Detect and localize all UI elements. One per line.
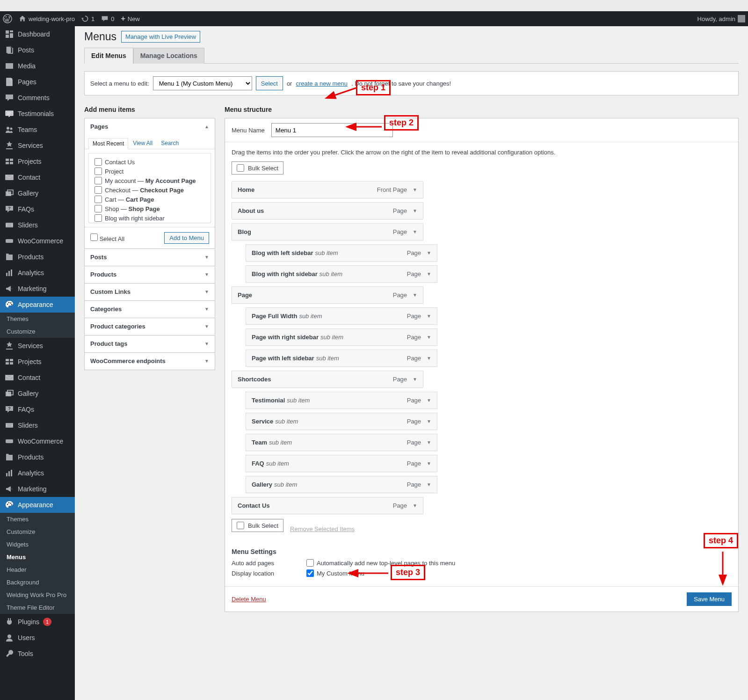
sidebar-subitem-widgets[interactable]: Widgets [0, 538, 75, 551]
howdy-link[interactable]: Howdy, admin [697, 15, 745, 22]
sidebar-item-marketing[interactable]: Marketing [0, 481, 75, 497]
sidebar-subitem-welding-work-pro-pro[interactable]: Welding Work Pro Pro [0, 589, 75, 601]
sidebar-item-analytics[interactable]: Analytics [0, 265, 75, 281]
sidebar-item-woocommerce[interactable]: WooCommerce [0, 233, 75, 249]
wp-logo[interactable] [3, 14, 12, 23]
add-to-menu-button[interactable]: Add to Menu [164, 232, 209, 244]
expand-icon[interactable]: ▼ [427, 356, 431, 361]
save-menu-button[interactable]: Save Menu [687, 592, 732, 606]
menu-item[interactable]: Blog with left sidebarsub itemPage▼ [246, 244, 437, 262]
sidebar-item-services[interactable]: Services [0, 338, 75, 354]
menu-item[interactable]: PagePage▼ [232, 286, 423, 304]
sidebar-item-contact[interactable]: Contact [0, 370, 75, 386]
expand-icon[interactable]: ▼ [427, 461, 431, 466]
sidebar-item-projects[interactable]: Projects [0, 153, 75, 169]
menu-item[interactable]: HomeFront Page▼ [232, 181, 423, 198]
expand-icon[interactable]: ▼ [413, 503, 417, 508]
sidebar-item-teams[interactable]: Teams [0, 122, 75, 138]
accordion-categories[interactable]: Categories▼ [85, 301, 215, 318]
sidebar-item-analytics[interactable]: Analytics [0, 465, 75, 481]
sidebar-item-appearance[interactable]: Appearance [0, 297, 75, 313]
bulk-select-bottom[interactable]: Bulk Select [232, 519, 283, 532]
sidebar-item-users[interactable]: Users [0, 630, 75, 646]
menu-item[interactable]: Page Full Widthsub itemPage▼ [246, 307, 437, 325]
sidebar-item-projects[interactable]: Projects [0, 354, 75, 370]
updates-link[interactable]: 1 [81, 15, 94, 22]
subtab-most-recent[interactable]: Most Recent [88, 138, 128, 149]
auto-add-checkbox[interactable] [306, 559, 314, 567]
accordion-custom-links[interactable]: Custom Links▼ [85, 284, 215, 300]
menu-name-input[interactable] [271, 123, 393, 137]
expand-icon[interactable]: ▼ [427, 398, 431, 403]
sidebar-item-sliders[interactable]: Sliders [0, 217, 75, 233]
accordion-posts[interactable]: Posts▼ [85, 249, 215, 266]
sidebar-subitem-themes[interactable]: Themes [0, 313, 75, 325]
menu-item[interactable]: Teamsub itemPage▼ [246, 434, 437, 451]
expand-icon[interactable]: ▼ [427, 314, 431, 319]
sidebar-item-testimonials[interactable]: Testimonials [0, 106, 75, 122]
sidebar-subitem-theme-file-editor[interactable]: Theme File Editor [0, 601, 75, 614]
sidebar-item-marketing[interactable]: Marketing [0, 281, 75, 297]
create-menu-link[interactable]: create a new menu [296, 80, 348, 87]
site-link[interactable]: welding-work-pro [19, 15, 75, 22]
new-content-link[interactable]: +New [121, 15, 139, 23]
accordion-product-categories[interactable]: Product categories▼ [85, 318, 215, 335]
sidebar-item-services[interactable]: Services [0, 138, 75, 153]
sidebar-item-sliders[interactable]: Sliders [0, 417, 75, 433]
sidebar-item-media[interactable]: Media [0, 58, 75, 74]
sidebar-item-dashboard[interactable]: Dashboard [0, 26, 75, 42]
live-preview-button[interactable]: Manage with Live Preview [121, 31, 200, 43]
accordion-woocommerce-endpoints[interactable]: WooCommerce endpoints▼ [85, 353, 215, 370]
bulk-select-top[interactable]: Bulk Select [232, 161, 283, 175]
expand-icon[interactable]: ▼ [427, 482, 431, 487]
expand-icon[interactable]: ▼ [427, 335, 431, 340]
menu-item[interactable]: FAQsub itemPage▼ [246, 455, 437, 472]
accordion-product-tags[interactable]: Product tags▼ [85, 335, 215, 352]
sidebar-item-faqs[interactable]: ?FAQs [0, 401, 75, 417]
sidebar-subitem-header[interactable]: Header [0, 563, 75, 576]
accordion-pages[interactable]: Pages▲ [85, 118, 215, 135]
sidebar-item-comments[interactable]: Comments [0, 90, 75, 106]
menu-item[interactable]: About usPage▼ [232, 202, 423, 219]
sidebar-subitem-customize[interactable]: Customize [0, 325, 75, 338]
sidebar-item-gallery[interactable]: Gallery [0, 386, 75, 401]
sidebar-item-tools[interactable]: Tools [0, 646, 75, 662]
menu-item[interactable]: Gallerysub itemPage▼ [246, 476, 437, 493]
sidebar-item-pages[interactable]: Pages [0, 74, 75, 90]
sidebar-item-gallery[interactable]: Gallery [0, 185, 75, 201]
accordion-products[interactable]: Products▼ [85, 266, 215, 283]
display-location-checkbox[interactable] [306, 569, 314, 577]
auto-add-checkbox-label[interactable]: Automatically add new top-level pages to… [306, 559, 455, 567]
menu-item[interactable]: Testimonialsub itemPage▼ [246, 392, 437, 409]
sidebar-item-woocommerce[interactable]: WooCommerce [0, 433, 75, 449]
expand-icon[interactable]: ▼ [427, 250, 431, 255]
menu-select[interactable]: Menu 1 (My Custom Menu) [153, 76, 252, 90]
expand-icon[interactable]: ▼ [427, 440, 431, 445]
delete-menu-link[interactable]: Delete Menu [232, 596, 266, 603]
select-button[interactable]: Select [256, 76, 283, 90]
tab-manage-locations[interactable]: Manage Locations [133, 48, 204, 64]
menu-item[interactable]: Page with right sidebarsub itemPage▼ [246, 328, 437, 346]
menu-item[interactable]: Contact UsPage▼ [232, 497, 423, 514]
sidebar-subitem-customize[interactable]: Customize [0, 525, 75, 538]
sidebar-subitem-menus[interactable]: Menus [0, 551, 75, 563]
sidebar-subitem-themes[interactable]: Themes [0, 513, 75, 525]
sidebar-item-appearance[interactable]: Appearance [0, 497, 75, 513]
expand-icon[interactable]: ▼ [413, 229, 417, 234]
sidebar-item-contact[interactable]: Contact [0, 169, 75, 185]
sidebar-subitem-background[interactable]: Background [0, 576, 75, 589]
menu-item[interactable]: BlogPage▼ [232, 223, 423, 241]
expand-icon[interactable]: ▼ [413, 208, 417, 213]
menu-item[interactable]: Page with left sidebarsub itemPage▼ [246, 350, 437, 367]
expand-icon[interactable]: ▼ [427, 271, 431, 277]
comments-link[interactable]: 0 [101, 15, 114, 22]
sidebar-item-posts[interactable]: Posts [0, 42, 75, 58]
menu-item[interactable]: ShortcodesPage▼ [232, 371, 423, 388]
expand-icon[interactable]: ▼ [413, 187, 417, 192]
sidebar-item-plugins[interactable]: Plugins1 [0, 614, 75, 630]
expand-icon[interactable]: ▼ [413, 377, 417, 382]
display-location-checkbox-label[interactable]: My Custom Menu [306, 569, 364, 577]
subtab-search[interactable]: Search [157, 138, 182, 149]
menu-item[interactable]: Servicesub itemPage▼ [246, 413, 437, 430]
menu-item[interactable]: Blog with right sidebarsub itemPage▼ [246, 265, 437, 283]
